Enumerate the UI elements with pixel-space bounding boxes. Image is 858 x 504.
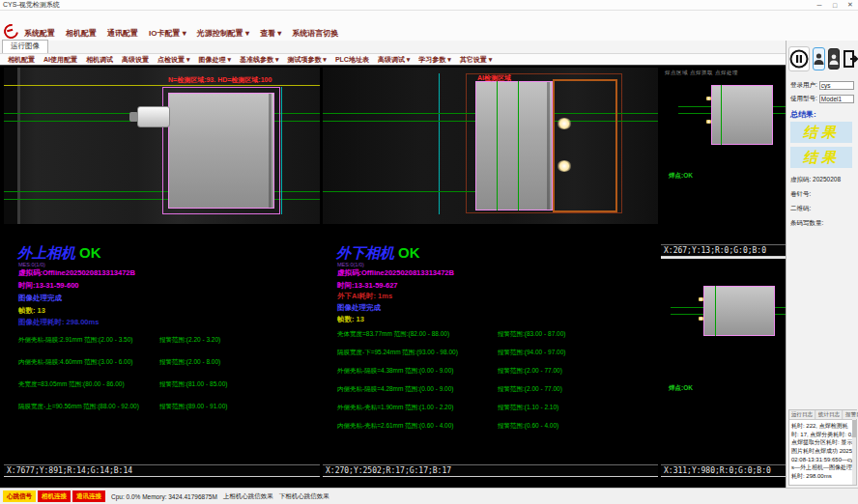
ok-status: OK xyxy=(79,244,101,261)
menu-item[interactable]: 系统语言切换 xyxy=(292,28,338,39)
alarm-range: 报警范围:(94.00 - 97.00) xyxy=(498,349,565,357)
measurement-row: 外侧壳粘-隔膜=4.38mm 范围:(0.00 - 9.00) 报警范围:(2.… xyxy=(337,367,654,376)
measurement-row: 外侧壳粘-隔膜:2.91mm 范围:(2.00 - 3.50) 报警范围:(2.… xyxy=(18,336,316,345)
login-user-label: 登录用户: xyxy=(790,81,817,90)
result-title: 外上相机OK xyxy=(17,244,101,263)
toolbar-item[interactable]: 高级调试 ▾ xyxy=(378,55,410,65)
measurement-value: 隔膜宽度-上=90.56mm 范围:(88.00 - 92.00) xyxy=(18,403,139,409)
exit-button[interactable] xyxy=(843,47,858,70)
toolbar-item[interactable]: PLC地址表 xyxy=(335,55,369,65)
login-user-input[interactable]: cys xyxy=(819,81,854,90)
menu-item[interactable]: 查看 ▾ xyxy=(260,28,281,39)
user-button[interactable] xyxy=(828,48,840,70)
main-workspace: N=检测区域:93. HD=检测区域:100 外上相机OK MES:0(1/0)… xyxy=(0,66,786,488)
measurement-row: 壳体宽度=83.77mm 范围:(82.00 - 88.00) 报警范围:(83… xyxy=(337,330,654,339)
measurement-row: 内侧壳粘-隔膜:4.60mm 范围:(3.00 - 6.00) 报警范围:(2.… xyxy=(18,358,316,367)
measurement-value: 内侧壳粘-隔膜=4.28mm 范围:(0.00 - 9.00) xyxy=(337,385,453,392)
weld-ok-label: 焊点:OK xyxy=(669,172,693,181)
tab-row: 运行图像 xyxy=(0,41,786,54)
measurement-value: 外侧壳粘-隔膜=4.38mm 范围:(0.00 - 9.00) xyxy=(337,367,453,374)
weld-dot xyxy=(706,97,711,100)
alarm-range: 报警范围:(2.00 - 77.00) xyxy=(498,367,562,376)
weld-ok-label: 焊点:OK xyxy=(669,384,693,393)
alarm-range: 报警范围:(2.20 - 3.20) xyxy=(159,336,220,345)
total-result-label: 总结果: xyxy=(790,109,816,120)
alarm-range: 报警范围:(83.00 - 87.00) xyxy=(498,330,565,339)
menu-item[interactable]: IO卡配置 ▾ xyxy=(149,28,186,39)
measure-vline-green xyxy=(721,85,722,145)
log-text: 耗时: 222, 点焊检测耗时: 17, 点焊分类耗时: 0, 点焊提取分区耗时… xyxy=(789,420,856,483)
status-badge: 相机连接 xyxy=(38,490,71,502)
measurement-value: 外侧壳粘-壳粘=1.90mm 范围:(1.00 - 2.20) xyxy=(337,404,453,410)
measurement-row: 内侧壳粘-隔膜=4.28mm 范围:(0.00 - 9.00) 报警范围:(2.… xyxy=(337,385,654,394)
minimize-button[interactable]: ─ xyxy=(812,0,827,11)
toolbar: 相机配置AI使用配置相机调试高级设置点检设置 ▾图像处理 ▾基准线参数 ▾测试项… xyxy=(0,54,786,66)
menu-item[interactable]: 通讯配置 xyxy=(107,28,138,39)
menu-item[interactable]: 光源控制配置 ▾ xyxy=(197,28,249,39)
toolbar-item[interactable]: AI使用配置 xyxy=(43,55,77,65)
camera-panel-upper: N=检测区域:93. HD=检测区域:100 外上相机OK MES:0(1/0)… xyxy=(4,68,320,477)
elapsed-line: 图像处理耗时: 298.00ms xyxy=(18,318,99,327)
status-badge: 通讯连接 xyxy=(72,490,105,502)
weld-image-top[interactable] xyxy=(661,79,786,166)
pixel-coordinate-readout: X:267;Y:13;R:0;G:0;B:0 xyxy=(661,244,786,257)
maximize-button[interactable]: □ xyxy=(827,0,843,11)
measurement-row: 壳宽度=83.05mm 范围:(80.00 - 86.00) 报警范围:(81.… xyxy=(18,380,316,389)
camera-image-upper[interactable]: N=检测区域:93. HD=检测区域:100 xyxy=(4,68,320,224)
user-button-selected[interactable] xyxy=(813,47,825,70)
weld-panel-bottom: 焊点:OK X:311;Y:980;R:0;G:0;B:0 xyxy=(661,261,786,477)
toolbar-item[interactable]: 其它设置 ▾ xyxy=(460,55,492,65)
pixel-coordinate-readout: X:270;Y:2502;R:17;G:17;B:17 xyxy=(323,464,658,477)
reel-number-label: 卷针号: xyxy=(790,190,811,199)
toolbar-item[interactable]: 相机配置 xyxy=(8,55,35,65)
tab-run-image[interactable]: 运行图像 xyxy=(2,40,48,53)
measurement-value: 内侧壳粘-壳粘=2.61mm 范围:(0.60 - 4.00) xyxy=(337,422,453,429)
roi-label: N=检测区域:93. HD=检测区域:100 xyxy=(168,75,272,85)
window-title: CYS-视觉检测系统 xyxy=(0,0,812,10)
time-line: 时间:13-31-59-627 xyxy=(337,281,398,291)
log-tab[interactable]: 统计日志 xyxy=(816,410,843,419)
measurement-row: 隔膜宽度-上=90.56mm 范围:(88.00 - 92.00) 报警范围:(… xyxy=(18,403,316,411)
toolbar-item[interactable]: 图像处理 ▾ xyxy=(198,55,230,65)
toolbar-item[interactable]: 相机调试 xyxy=(86,55,113,65)
statusbar: 心跳信号相机连接通讯连接 Cpu: 0.0% Memory: 3424.4179… xyxy=(0,488,858,504)
measurement-row: 外侧壳粘-壳粘=1.90mm 范围:(1.00 - 2.20) 报警范围:(1.… xyxy=(337,404,654,412)
process-status-line: 图像处理完成 xyxy=(337,303,381,313)
log-tab[interactable]: 运行日志 xyxy=(789,410,815,419)
measurement-value: 外侧壳粘-隔膜:2.91mm 范围:(2.00 - 3.50) xyxy=(18,336,132,343)
toolbar-item[interactable]: 测试项参数 ▾ xyxy=(287,55,326,65)
toolbar-item[interactable]: 点检设置 ▾ xyxy=(157,55,189,65)
connector-tab xyxy=(137,106,170,127)
measurement-value: 内侧壳粘-隔膜:4.60mm 范围:(3.00 - 6.00) xyxy=(18,358,132,365)
weld-panels-column: 焊点区域 点焊抓取 点焊处理 焊点:OK X:267;Y:13;R:0;G:0;… xyxy=(661,68,786,477)
weld-image-bottom[interactable] xyxy=(661,278,786,355)
result-block-upper: 结果 xyxy=(790,122,852,143)
status-badge: 心跳信号 xyxy=(3,490,36,502)
qr-code-label: 二维码: xyxy=(790,205,811,213)
toolbar-item[interactable]: 学习参数 ▾ xyxy=(418,55,450,65)
sidebar-buttons xyxy=(788,43,857,74)
pause-button[interactable] xyxy=(788,46,810,71)
machine-edge xyxy=(17,68,20,224)
menu-item[interactable]: 系统配置 xyxy=(24,28,55,39)
weld-dot xyxy=(706,120,711,124)
virtual-code-label: 虚拟码: 20250208 xyxy=(790,176,841,184)
close-button[interactable]: ✕ xyxy=(843,0,858,11)
baseline-yellow xyxy=(4,85,320,86)
barcode-line: 虚拟码:Offline2025020813313472B xyxy=(337,268,454,278)
model-field: 使用型号: Model1 xyxy=(790,95,854,103)
result-block-lower: 结果 xyxy=(790,147,852,168)
toolbar-item[interactable]: 基准线参数 ▾ xyxy=(240,55,278,65)
battery-cell xyxy=(475,81,553,210)
camera-image-lower[interactable]: AI检测区域 xyxy=(323,68,658,224)
frame-count-line: 帧数: 13 xyxy=(337,315,364,324)
model-input[interactable]: Model1 xyxy=(819,95,854,103)
measure-line-green xyxy=(323,191,477,192)
log-scrollbar[interactable] xyxy=(852,418,856,485)
weld-spot xyxy=(557,118,572,129)
menu-item[interactable]: 相机配置 xyxy=(66,28,97,39)
connector-tip xyxy=(129,112,138,122)
measure-vline-green xyxy=(497,81,498,210)
machine-structure xyxy=(4,68,17,224)
toolbar-item[interactable]: 高级设置 xyxy=(122,55,149,65)
